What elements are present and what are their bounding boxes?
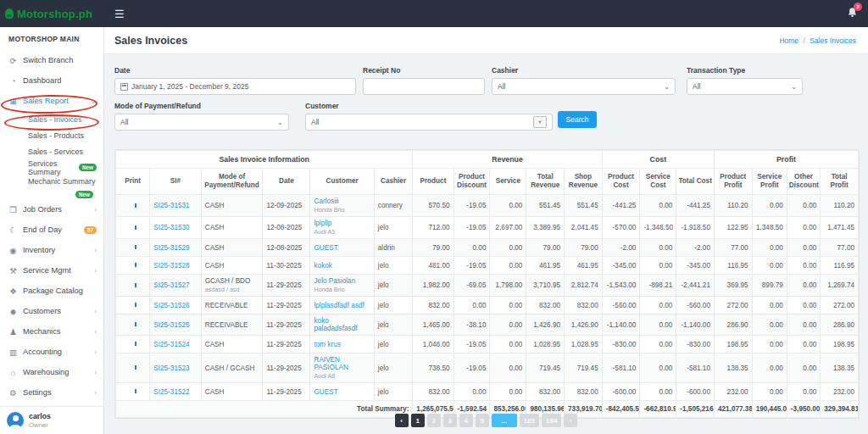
customer-link[interactable]: GUEST (314, 244, 337, 252)
invoice-link[interactable]: SI25-31529 (153, 244, 189, 252)
value-cell: -19.05 (453, 257, 490, 275)
sidebar-item-mechanics[interactable]: ♟Mechanics› (0, 321, 103, 342)
sidebar-item-settings[interactable]: ⚙Settings› (0, 382, 103, 403)
breadcrumb-separator: / (803, 36, 804, 45)
value-cell: 0.00 (752, 297, 787, 314)
hamburger-menu-icon[interactable]: ☰ (114, 8, 125, 20)
mode-of-payment-value: All (120, 118, 128, 126)
pagination-page-1[interactable]: 1 (411, 414, 425, 427)
pagination-prev[interactable]: ‹ (395, 414, 409, 427)
invoice-link[interactable]: SI25-31526 (153, 302, 189, 309)
select-toggle-icon[interactable]: ▾ (533, 116, 547, 128)
sidebar-item-customers[interactable]: ☻Customers› (0, 301, 103, 321)
sidebar-item-warehousing[interactable]: ⌂Warehousing› (0, 362, 103, 382)
pagination-page-5[interactable]: 5 (476, 414, 489, 427)
pagination-next[interactable]: › (564, 414, 577, 427)
customer-sub-label: Audi A5 (314, 228, 370, 236)
invoice-link[interactable]: SI25-31527 (153, 281, 189, 289)
pagination-page-3[interactable]: 3 (443, 414, 457, 427)
value-cell: 0.00 (787, 275, 820, 297)
value-cell: 0.00 (787, 314, 820, 336)
value-cell: 1,471.45 (821, 217, 859, 239)
invoice-link[interactable]: SI25-31523 (153, 364, 189, 372)
breadcrumb-current-link[interactable]: Sales Invoices (810, 36, 856, 45)
invoice-link[interactable]: SI25-31525 (153, 321, 189, 329)
value-cell: 0.00 (752, 195, 787, 217)
value-cell: 0.00 (752, 353, 787, 383)
transaction-type-label: Transaction Type (687, 66, 803, 75)
notifications-button[interactable]: 3 (847, 6, 858, 22)
search-button[interactable]: Search (558, 111, 597, 128)
chevron-icon: › (94, 348, 97, 356)
cashier-select[interactable]: All ⌄ (492, 78, 676, 95)
value-cell: 461.95 (526, 257, 565, 275)
app-root: Motorshop.ph ☰ 3 MOTORSHOP MAIN ⟳Switch … (0, 0, 868, 434)
value-cell: -69.05 (453, 275, 490, 297)
customer-link[interactable]: lplpllp (314, 220, 331, 227)
customer-link[interactable]: kokok (314, 262, 331, 270)
value-cell: 1,465.00 (413, 314, 453, 336)
pagination-page-4[interactable]: 4 (459, 414, 473, 427)
customer-link[interactable]: GUEST (314, 388, 337, 396)
wrench-icon: ⚒ (8, 266, 18, 275)
date-cell: 11-29-2025 (263, 336, 310, 353)
value-cell: 0.00 (490, 314, 526, 336)
mop-cell: CASH / GCASH (201, 353, 263, 383)
sidebar-item-job-orders[interactable]: ❐Job Orders› (0, 199, 103, 220)
pagination-ellipsis[interactable]: ... (492, 414, 517, 427)
sidebar-item-inventory[interactable]: ◉Inventory› (0, 240, 103, 260)
customer-select[interactable]: All ▾ (305, 114, 553, 131)
sidebar-item-label: Inventory (23, 246, 55, 254)
sidebar-item-sales-products[interactable]: Sales - Products (0, 127, 103, 143)
value-cell: -19.05 (453, 195, 490, 217)
date-range-input[interactable]: January 1, 2025 - December 9, 2025 (114, 78, 356, 95)
value-cell: 138.35 (714, 353, 752, 383)
date-cell: 12-08-2025 (263, 239, 310, 257)
customer-cell: kokok (310, 257, 374, 275)
sidebar-item-package-catalog[interactable]: ❖Package Catalog (0, 281, 103, 301)
mode-of-payment-select[interactable]: All ⌄ (114, 114, 289, 131)
badge-services-summary: New (79, 164, 97, 171)
customer-link[interactable]: RAIVEN PASIOLAN (314, 356, 348, 371)
sidebar-item-sales-services[interactable]: Sales - Services (0, 143, 103, 159)
sidebar-item-end-of-day[interactable]: ☾End of Day57 (0, 220, 103, 240)
value-cell: -2.00 (676, 239, 715, 257)
customer-link[interactable]: lplplasdfadf asdf (314, 302, 364, 309)
sidebar-item-mechanic-summary[interactable]: Mechanic SummaryNew (0, 175, 103, 199)
customer-link[interactable]: tom krus (314, 341, 340, 348)
invoice-link[interactable]: SI25-31528 (153, 262, 189, 270)
customer-link[interactable]: koko paladadsfasdf (314, 317, 357, 332)
sidebar-item-sales-report[interactable]: ⊞Sales Report⌄ (0, 91, 103, 111)
invoice-link[interactable]: SI25-31531 (153, 202, 189, 209)
sidebar-item-services-summary[interactable]: Services SummaryNew (0, 159, 103, 175)
value-cell: 79.00 (526, 239, 565, 257)
cashier-cell: jelo (374, 383, 413, 401)
brand-logo[interactable]: Motorshop.ph (0, 0, 104, 27)
sidebar-item-label: Mechanic Summary (28, 177, 97, 186)
value-cell: 0.00 (640, 257, 676, 275)
pagination-page-2[interactable]: 2 (427, 414, 441, 427)
sidebar-item-accounting[interactable]: ▥Accounting› (0, 342, 103, 362)
cashier-cell: jelo (374, 314, 413, 336)
sidebar-item-dashboard[interactable]: ◔Dashboard (0, 70, 103, 91)
sidebar-item-service-mgmt[interactable]: ⚒Service Mgmt› (0, 260, 103, 281)
customer-link[interactable]: Jelo Pasiolan (314, 277, 355, 285)
mop-cell: RECEIVABLE (201, 297, 263, 314)
breadcrumb-home-link[interactable]: Home (779, 36, 798, 45)
receipt-no-input[interactable] (363, 78, 485, 95)
transaction-type-select[interactable]: All ⌄ (687, 78, 803, 95)
sidebar-user[interactable]: carlos Owner (0, 406, 103, 434)
sidebar-item-sales-invoices[interactable]: Sales - Invoices (0, 111, 103, 127)
customer-link[interactable]: Carlosiii (314, 198, 338, 205)
customer-cell: CarlosiiiHonda Brio (310, 195, 374, 217)
pagination-page-183[interactable]: 183 (520, 414, 539, 427)
gauge-icon: ◔ (8, 76, 18, 86)
invoice-link[interactable]: SI25-31530 (153, 224, 189, 231)
sidebar-item-switch-branch[interactable]: ⟳Switch Branch (0, 50, 103, 70)
invoice-link[interactable]: SI25-31524 (153, 341, 189, 348)
value-cell: -1,543.00 (602, 275, 640, 297)
date-cell: 11-29-2025 (263, 383, 310, 401)
invoice-link[interactable]: SI25-31522 (153, 388, 189, 396)
mode-of-payment-label: Mode of Payment/Refund (114, 102, 289, 110)
pagination-page-184[interactable]: 184 (542, 414, 561, 427)
